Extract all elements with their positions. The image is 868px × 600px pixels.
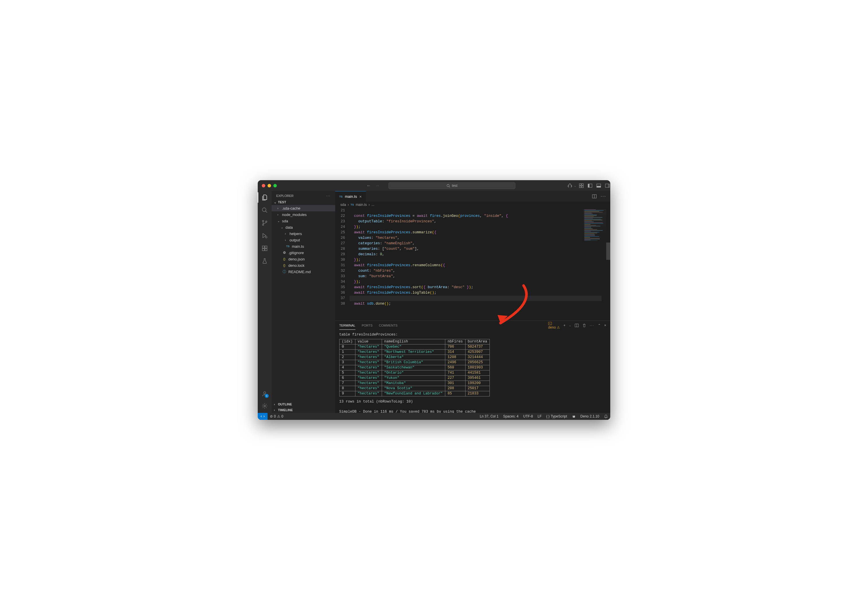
typescript-icon: TS	[351, 203, 354, 206]
table-header: nbFires	[445, 339, 465, 344]
window-minimize-button[interactable]	[268, 184, 271, 187]
svg-rect-9	[597, 186, 601, 187]
svg-rect-19	[262, 248, 265, 251]
chevron-down-icon[interactable]: ⌄	[569, 324, 571, 327]
more-actions-icon[interactable]: ···	[601, 194, 606, 199]
file-tree-item[interactable]: ⌄sda	[272, 218, 335, 224]
git-branch-icon	[261, 220, 268, 226]
activity-extensions[interactable]	[261, 245, 268, 252]
timeline-section[interactable]: › TIMELINE	[272, 407, 335, 413]
file-tree-item[interactable]: ›node_modules	[272, 211, 335, 218]
outline-section[interactable]: › OUTLINE	[272, 402, 335, 407]
split-editor-icon[interactable]	[592, 194, 597, 198]
table-header: (idx)	[339, 339, 356, 344]
svg-line-1	[449, 186, 450, 187]
status-notifications[interactable]	[602, 414, 610, 418]
activity-settings[interactable]	[261, 403, 268, 409]
chevron-icon: ›	[285, 232, 288, 235]
panel-tab-terminal[interactable]: TERMINAL	[339, 321, 356, 330]
panel-tab-ports[interactable]: PORTS	[362, 321, 373, 329]
table-row: 3"hectares""British Columbia"24962856625	[339, 360, 490, 365]
layout-sidebar-left-icon[interactable]	[588, 183, 592, 188]
svg-rect-21	[265, 246, 267, 248]
chevron-up-icon[interactable]: ⌃	[598, 323, 601, 327]
status-indent[interactable]: Spaces: 4	[501, 414, 521, 418]
code-editor[interactable]: 212223242526272829303132333435363738 con…	[335, 208, 610, 321]
copilot-icon	[567, 183, 573, 188]
status-copilot[interactable]	[570, 414, 578, 418]
tab-close-icon[interactable]: ×	[359, 194, 362, 199]
project-name: TEST	[278, 200, 286, 204]
status-cursor[interactable]: Ln 37, Col 1	[477, 414, 501, 418]
search-icon	[261, 207, 268, 214]
warning-icon: ⚠	[557, 326, 560, 329]
file-tree-item[interactable]: ⌄data	[272, 224, 335, 230]
command-center-search[interactable]: test	[388, 182, 515, 189]
layout-panel-icon[interactable]	[596, 183, 601, 188]
remote-button[interactable]	[258, 413, 268, 420]
window-maximize-button[interactable]	[274, 184, 277, 187]
braces-icon: { }	[546, 414, 550, 418]
file-label: deno.json	[288, 257, 304, 261]
panel-tab-comments[interactable]: COMMENTS	[379, 321, 397, 329]
activity-run-debug[interactable]	[261, 232, 268, 239]
code-content[interactable]: const firesInsideProvinces = await fires…	[350, 208, 610, 321]
window-close-button[interactable]	[262, 184, 265, 187]
chevron-icon: ›	[277, 213, 280, 216]
file-label: .gitignore	[288, 251, 304, 255]
extensions-icon	[261, 245, 268, 252]
minimap[interactable]	[583, 209, 606, 241]
file-tree-item[interactable]: ⓘREADME.md	[272, 268, 335, 275]
activity-testing[interactable]	[261, 258, 268, 265]
status-problems[interactable]: ⊘0 ⚠0	[268, 414, 286, 418]
trash-icon[interactable]	[582, 323, 586, 327]
file-tree-item[interactable]: ›.sda-cache	[272, 205, 335, 211]
nav-back-icon[interactable]: ←	[366, 183, 371, 188]
table-row: 0"hectares""Quebec"7065024737	[339, 344, 490, 350]
project-root[interactable]: ⌄ TEST	[272, 199, 335, 205]
status-language[interactable]: { } TypeScript	[544, 414, 570, 418]
main-body: 1 EXPLORER ··· ⌄ TEST ›.sda-cache›node_m…	[258, 191, 610, 413]
explorer-more-icon[interactable]: ···	[326, 194, 331, 197]
svg-rect-4	[579, 186, 581, 188]
status-deno[interactable]: Deno 2.1.10	[578, 414, 602, 418]
file-tree-item[interactable]: ›helpers	[272, 230, 335, 237]
file-label: helpers	[290, 232, 302, 236]
activity-search[interactable]	[261, 207, 268, 214]
table-header: nameEnglish	[382, 339, 445, 344]
activity-source-control[interactable]	[261, 220, 268, 226]
nav-forward-icon[interactable]: →	[375, 183, 380, 188]
file-tree-item[interactable]: TSmain.ts	[272, 243, 335, 250]
scrollbar-thumb[interactable]	[606, 242, 610, 260]
file-tree-item[interactable]: {}deno.lock	[272, 262, 335, 268]
activity-accounts[interactable]: 1	[261, 390, 268, 397]
terminal-output[interactable]: table firesInsideProvinces: (idx)valuena…	[335, 330, 610, 413]
new-terminal-icon[interactable]: +	[564, 323, 565, 327]
file-label: main.ts	[292, 244, 304, 248]
terminal-shell-indicator[interactable]: deno ⚠	[548, 322, 560, 329]
file-label: output	[290, 238, 300, 242]
svg-rect-2	[579, 183, 581, 185]
table-row: 6"hectares""Yukon"227395461	[339, 376, 490, 381]
file-tree-item[interactable]: ⚙.gitignore	[272, 250, 335, 256]
table-row: 8"hectares""Nova Scotia"20825017	[339, 386, 490, 391]
status-eol[interactable]: LF	[535, 414, 544, 418]
window-controls	[262, 184, 277, 187]
layout-customize-icon[interactable]	[579, 183, 584, 188]
file-label: node_modules	[282, 212, 307, 217]
tab-main-ts[interactable]: TS main.ts ×	[335, 191, 366, 202]
status-encoding[interactable]: UTF-8	[521, 414, 535, 418]
close-panel-icon[interactable]: ×	[604, 323, 606, 327]
more-icon[interactable]: ···	[590, 323, 594, 327]
editor-split: 212223242526272829303132333435363738 con…	[335, 208, 610, 413]
account-badge: 1	[265, 394, 269, 398]
split-terminal-icon[interactable]	[575, 323, 579, 327]
file-tree-item[interactable]: ›output	[272, 237, 335, 243]
table-row: 9"hectares""Newfoundland and Labrador"85…	[339, 391, 490, 397]
layout-sidebar-right-icon[interactable]	[605, 183, 610, 188]
copilot-button[interactable]: ⌄	[567, 183, 576, 188]
file-label: data	[286, 225, 293, 230]
file-tree-item[interactable]: {}deno.json	[272, 256, 335, 262]
breadcrumbs[interactable]: sda › TS main.ts › ...	[335, 202, 610, 208]
activity-explorer[interactable]	[261, 194, 268, 201]
